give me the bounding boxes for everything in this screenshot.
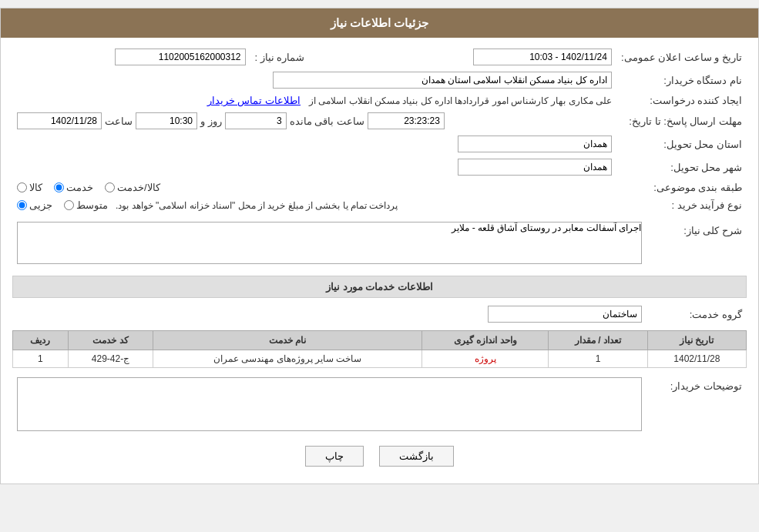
need-desc-label: شرح کلی نیاز: [646,219,747,269]
col-unit: واحد اندازه گیری [422,331,549,350]
col-date: تاریخ نیاز [647,331,746,350]
cat-kala-khedmat[interactable]: کالا/خدمت [105,182,160,193]
province-input[interactable] [458,136,612,152]
need-number-label: شماره نیاز : [250,45,351,69]
buyer-org-input[interactable] [273,72,612,89]
cell-unit: پروژه [422,350,549,368]
time-label: ساعت [105,115,133,127]
print-button[interactable]: چاپ [305,446,364,467]
buyer-notes-label: توضیحات خریدار: [646,374,747,437]
cell-name: ساخت سایر پروژه‌های مهندسی عمران [153,350,422,368]
col-count: تعداد / مقدار [549,331,647,350]
cat-kala[interactable]: کالا [17,182,42,193]
back-button[interactable]: بازگشت [379,446,454,467]
remaining-label: ساعت باقی مانده [290,115,364,127]
cell-date: 1402/11/28 [647,350,746,368]
time-input [136,112,197,129]
service-group-label: گروه خدمت: [646,303,747,326]
buyer-notes-textarea[interactable] [17,377,642,431]
days-input [225,112,287,129]
cell-row: 1 [13,350,69,368]
buyer-org-label: نام دستگاه خریدار: [616,69,747,92]
city-label: شهر محل تحویل: [616,156,747,179]
unit-link[interactable]: پروژه [475,353,496,364]
services-section-header: اطلاعات خدمات مورد نیاز [12,276,747,298]
page-title: جزئیات اطلاعات نیاز [331,16,428,29]
process-label: نوع فرآیند خرید : [616,196,747,214]
province-label: استان محل تحویل: [616,132,747,156]
process-jozi[interactable]: جزیی [17,199,52,211]
page-header: جزئیات اطلاعات نیاز [1,8,758,38]
cell-count: 1 [549,350,647,368]
day-label: روز و [200,115,222,127]
announce-date-input[interactable] [473,49,612,65]
services-table: تاریخ نیاز تعداد / مقدار واحد اندازه گیر… [12,330,747,368]
city-input[interactable] [458,159,612,176]
announce-date-label: تاریخ و ساعت اعلان عمومی: [616,45,747,69]
cell-code: ج-42-429 [68,350,153,368]
need-number-input[interactable] [115,49,246,65]
col-row: ردیف [13,331,69,350]
remaining-time-input [368,112,445,129]
col-name: نام خدمت [153,331,422,350]
creator-text: علی مکاری بهار کارشناس امور قراردادها اد… [309,95,612,106]
table-row: 1402/11/28 1 پروژه ساخت سایر پروژه‌های م… [13,350,747,368]
deadline-label: مهلت ارسال پاسخ: تا تاریخ: [616,109,747,132]
creator-label: ایجاد کننده درخواست: [616,92,747,109]
process-mutawaset[interactable]: متوسط [64,199,108,211]
category-label: طبقه بندی موضوعی: [616,179,747,196]
need-desc-textarea[interactable]: اجرای آسفالت معابر در روستای آشاق قلعه -… [17,222,642,264]
col-code: کد خدمت [68,331,153,350]
deadline-date-input [17,112,102,129]
process-note: پرداخت تمام یا بخشی از مبلغ خرید از محل … [116,200,398,211]
buttons-row: بازگشت چاپ [12,446,747,467]
cat-khedmat[interactable]: خدمت [54,182,93,193]
contact-info-link[interactable]: اطلاعات تماس خریدار [207,95,301,106]
service-group-input[interactable] [488,306,642,323]
